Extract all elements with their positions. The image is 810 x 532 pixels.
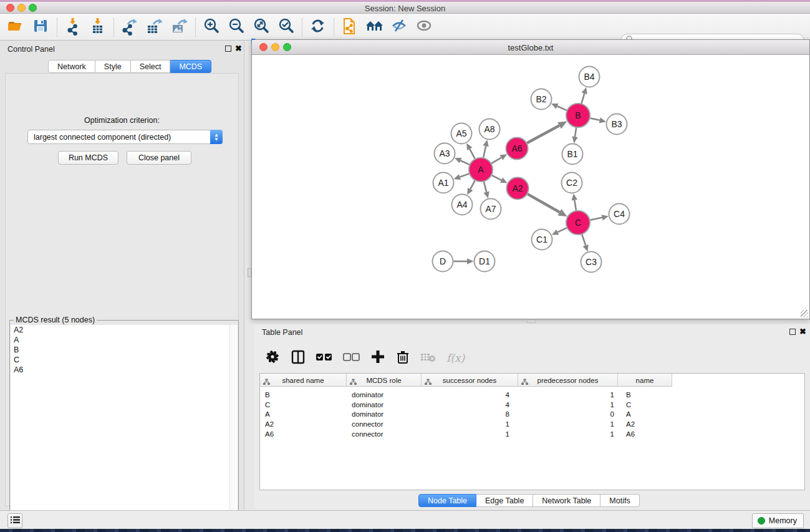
hide-graphics-eye-button[interactable] [387, 16, 412, 39]
svg-text:B3: B3 [611, 119, 622, 129]
graph-node-A[interactable]: A [469, 158, 493, 181]
mcds-result-item[interactable]: A6 [11, 365, 230, 375]
mcds-result-list[interactable]: A2ABCA6 [11, 325, 230, 531]
column-header-shared-name[interactable]: shared name [260, 374, 347, 387]
graph-node-B[interactable]: B [566, 104, 590, 127]
svg-text:C1: C1 [536, 235, 547, 244]
memory-button[interactable]: Memory [752, 513, 804, 528]
deselect-all-checks-button[interactable] [343, 349, 360, 367]
houses-button[interactable] [362, 16, 387, 39]
save-session-button[interactable] [29, 16, 54, 39]
network-view-window: testGlobe.txt ABCA2A6A1A3A4A5A7A8B1B2B3B… [251, 39, 810, 319]
delete-column-button[interactable] [395, 349, 410, 367]
tab-network[interactable]: Network [48, 60, 95, 73]
export-image-icon [170, 16, 189, 39]
graph-node-A6[interactable]: A6 [506, 138, 528, 160]
splitter-handle-horizontal[interactable] [527, 320, 536, 323]
column-header-successor-nodes[interactable]: successor nodes [422, 374, 518, 387]
cell-name: A6 [618, 429, 672, 439]
zoom-fit-icon [252, 16, 271, 39]
mcds-result-item[interactable]: A [11, 335, 230, 345]
new-network-file-button[interactable] [337, 16, 362, 39]
cell-successor_nodes: 4 [422, 400, 518, 410]
graph-node-C3[interactable]: C3 [581, 252, 602, 273]
export-network-button[interactable] [117, 16, 142, 39]
svg-text:B4: B4 [584, 72, 594, 82]
table-row[interactable]: Bdominator41B [260, 390, 672, 400]
import-network-button[interactable] [60, 16, 85, 39]
column-header-name[interactable]: name [618, 374, 672, 387]
svg-text:A2: A2 [512, 183, 523, 193]
import-table-button[interactable] [85, 16, 110, 39]
function-builder-button[interactable]: f(x) [446, 352, 465, 364]
graph-node-D[interactable]: D [433, 251, 453, 272]
tab-node-table[interactable]: Node Table [418, 494, 476, 507]
table-row[interactable]: Adominator80A [260, 409, 672, 419]
close-icon[interactable]: ✖ [799, 329, 806, 335]
resize-grip[interactable] [801, 310, 808, 317]
table-row[interactable]: A6connector11A6 [260, 429, 672, 439]
graph-node-A2[interactable]: A2 [507, 178, 529, 200]
mcds-result-item[interactable]: A2 [11, 325, 230, 335]
column-header-MCDS-role[interactable]: MCDS role [347, 374, 422, 387]
export-image-button[interactable] [167, 16, 192, 39]
close-panel-button[interactable]: Close panel [127, 151, 191, 165]
tab-motifs[interactable]: Motifs [600, 494, 639, 507]
select-all-checks-button[interactable] [316, 349, 333, 367]
graph-node-A7[interactable]: A7 [481, 199, 501, 220]
add-column-button[interactable] [370, 349, 385, 367]
tab-edge-table[interactable]: Edge Table [476, 494, 533, 507]
graph-node-A8[interactable]: A8 [480, 119, 500, 140]
graph-node-A4[interactable]: A4 [452, 195, 473, 215]
run-mcds-button[interactable]: Run MCDS [58, 151, 118, 165]
graph-node-C1[interactable]: C1 [532, 230, 552, 250]
graph-node-B1[interactable]: B1 [562, 144, 583, 165]
network-graph-canvas[interactable]: ABCA2A6A1A3A4A5A7A8B1B2B3B4C1C2C3C4DD1 [252, 55, 809, 319]
export-table-button[interactable] [142, 16, 167, 39]
network-window-title: testGlobe.txt [252, 43, 809, 52]
refresh-layout-button[interactable] [306, 16, 330, 39]
graph-node-B4[interactable]: B4 [579, 67, 600, 87]
show-graphics-eye-button[interactable] [412, 16, 437, 39]
graph-node-A5[interactable]: A5 [451, 123, 472, 144]
tab-select[interactable]: Select [131, 60, 171, 73]
zoom-out-button[interactable] [224, 16, 249, 39]
float-icon[interactable] [789, 329, 796, 335]
tab-style[interactable]: Style [95, 60, 131, 73]
graph-node-A3[interactable]: A3 [435, 143, 455, 164]
column-layout-button[interactable] [291, 349, 306, 367]
zoom-selected-button[interactable] [274, 16, 299, 39]
splitter-handle-vertical[interactable] [248, 268, 251, 277]
mcds-result-scrollbar[interactable] [229, 325, 238, 531]
network-window-titlebar[interactable]: testGlobe.txt [252, 40, 809, 55]
toolbar-separator [334, 18, 334, 37]
optimization-criterion-dropdown[interactable]: largest connected component (directed) ▲… [27, 130, 223, 144]
zoom-in-button[interactable] [199, 16, 224, 39]
graph-node-C[interactable]: C [566, 211, 590, 235]
table-row[interactable]: Cdominator41C [260, 400, 672, 410]
task-history-button[interactable] [7, 513, 22, 528]
graph-node-C4[interactable]: C4 [609, 204, 630, 225]
float-icon[interactable] [225, 46, 231, 52]
graph-node-B3[interactable]: B3 [607, 114, 627, 135]
graph-node-C2[interactable]: C2 [562, 173, 582, 193]
graph-node-B2[interactable]: B2 [531, 89, 552, 110]
svg-text:B: B [575, 110, 581, 120]
delete-table-button[interactable] [420, 349, 436, 367]
tab-mcds[interactable]: MCDS [170, 60, 211, 73]
column-header-predecessor-nodes[interactable]: predecessor nodes [518, 374, 618, 387]
tab-network-table[interactable]: Network Table [533, 494, 600, 507]
mcds-result-item[interactable]: C [11, 355, 230, 365]
toolbar-separator [302, 18, 302, 37]
settings-gear-button[interactable] [266, 349, 281, 367]
mcds-result-item[interactable]: B [11, 345, 230, 355]
zoom-fit-button[interactable] [249, 16, 274, 39]
add-column-icon [370, 349, 385, 367]
node-table[interactable]: shared nameMCDS rolesuccessor nodesprede… [259, 373, 805, 490]
close-icon[interactable]: ✖ [235, 46, 242, 52]
open-session-button[interactable] [4, 16, 29, 39]
table-row[interactable]: A2connector11A2 [260, 419, 672, 429]
svg-text:A1: A1 [438, 178, 448, 188]
graph-node-D1[interactable]: D1 [475, 251, 495, 272]
graph-node-A1[interactable]: A1 [433, 173, 454, 193]
